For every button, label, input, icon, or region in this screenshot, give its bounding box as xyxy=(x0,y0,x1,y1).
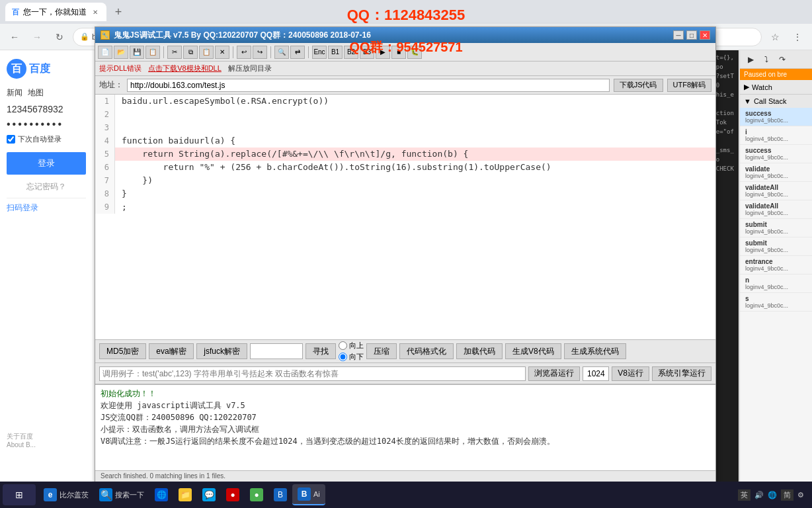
compress-btn[interactable]: 压缩 xyxy=(366,343,397,359)
taskbar-ie[interactable]: e 比尔盖茨 xyxy=(38,484,94,505)
settings-btn[interactable]: ⋮ xyxy=(788,28,807,46)
taskbar-chat[interactable]: 💬 xyxy=(197,484,221,505)
devtools-step-over-btn[interactable]: ↷ xyxy=(776,54,789,65)
taskbar-search[interactable]: 🔍 搜索一下 xyxy=(94,484,149,505)
tb-debug[interactable]: 🐛 xyxy=(407,46,422,59)
nav-map[interactable]: 地图 xyxy=(28,87,44,99)
utf8-decode-btn[interactable]: UTF8解码 xyxy=(667,79,712,92)
gen-v8-btn[interactable]: 生成V8代码 xyxy=(505,343,561,359)
url-input[interactable] xyxy=(127,79,610,92)
taskbar-b-active[interactable]: B Ai xyxy=(292,484,325,505)
error-download[interactable]: 点击下载V8模块和DLL xyxy=(148,64,222,73)
taskbar-folder[interactable]: 📁 xyxy=(173,484,197,505)
stack-item[interactable]: sloginv4_9bc0c... xyxy=(740,293,812,312)
stack-item[interactable]: entranceloginv4_9bc0c... xyxy=(740,256,812,275)
auto-login-checkbox[interactable] xyxy=(7,135,15,144)
back-btn[interactable]: ← xyxy=(5,28,24,46)
line-code-text: return String(a).replace(/[#%&+=\/\\ \f\… xyxy=(115,148,468,161)
download-js-btn[interactable]: 下载JS代码 xyxy=(614,79,663,92)
devtools-step-btn[interactable]: ⤵ xyxy=(760,54,773,65)
nav-news[interactable]: 新闻 xyxy=(7,87,22,99)
tb-b2[interactable]: B2 xyxy=(344,46,358,59)
tb-redo[interactable]: ↪ xyxy=(253,46,267,59)
code-editor[interactable]: 1baidu.url.escapeSymbol(e.RSA.encrypt(o)… xyxy=(95,95,715,339)
debugger-title-text: 鬼鬼JS调试工具 v7.5 By QQ:120220707 QQ群：240050… xyxy=(114,30,371,41)
tb-undo[interactable]: ↩ xyxy=(237,46,251,59)
tb-run[interactable]: ▶ xyxy=(376,46,390,59)
stack-item[interactable]: submitloginv4_9bc0c... xyxy=(740,237,812,256)
login-button[interactable]: 登录 xyxy=(7,152,86,175)
tb-cut[interactable]: ✂ xyxy=(167,46,182,59)
tb-replace[interactable]: ⇄ xyxy=(290,46,305,59)
browser-run-btn[interactable]: 浏览器运行 xyxy=(528,366,580,381)
sys-run-btn[interactable]: 系统引擎运行 xyxy=(652,366,711,381)
taskbar-chrome[interactable]: ● xyxy=(245,484,268,505)
watch-section-header[interactable]: ▶ Watch xyxy=(740,80,812,94)
stack-item[interactable]: validateAllloginv4_9bc0c... xyxy=(740,200,812,219)
format-btn[interactable]: 代码格式化 xyxy=(399,343,454,359)
tb-copy[interactable]: ⧉ xyxy=(183,46,198,59)
load-btn[interactable]: 加载代码 xyxy=(456,343,503,359)
tb-stop[interactable]: ■ xyxy=(391,46,406,59)
dir-down-item[interactable]: 向下 xyxy=(339,352,364,362)
minimize-btn[interactable]: ─ xyxy=(673,30,684,40)
stack-item[interactable]: nloginv4_9bc0c... xyxy=(740,275,812,293)
stack-item[interactable]: validateAllloginv4_9bc0c... xyxy=(740,182,812,200)
maximize-btn[interactable]: □ xyxy=(686,30,697,40)
tb-save[interactable]: 💾 xyxy=(130,46,144,59)
tb-b3[interactable]: B3 xyxy=(360,46,374,59)
eval-btn[interactable]: eval解密 xyxy=(149,343,194,359)
forward-btn[interactable]: → xyxy=(28,28,46,46)
about-link[interactable]: About B... xyxy=(7,441,36,448)
tb-paste[interactable]: 📋 xyxy=(199,46,214,59)
call-stack-header[interactable]: ▼ Call Stack xyxy=(740,95,812,108)
chrome-tab-active[interactable]: 百 您一下，你就知道 ✕ xyxy=(5,3,106,21)
stack-item[interactable]: successloginv4_9bc0c... xyxy=(740,145,812,163)
tb-b1[interactable]: B1 xyxy=(328,46,343,59)
run-num-input[interactable] xyxy=(583,366,609,381)
devtools-play-btn[interactable]: ▶ xyxy=(744,54,757,65)
v8-run-btn[interactable]: V8运行 xyxy=(612,366,649,381)
tab-close-btn[interactable]: ✕ xyxy=(91,7,100,17)
stack-item[interactable]: submitloginv4_9bc0c... xyxy=(740,219,812,237)
search-input[interactable] xyxy=(250,343,303,359)
md5-btn[interactable]: MD5加密 xyxy=(99,343,146,359)
close-btn[interactable]: ✕ xyxy=(700,30,710,40)
jsfuck-btn[interactable]: jsfuck解密 xyxy=(196,343,247,359)
network-icon[interactable]: 🌐 xyxy=(768,491,777,499)
stack-item[interactable]: validateloginv4_9bc0c... xyxy=(740,163,812,182)
run-input[interactable] xyxy=(99,366,526,381)
tb-new[interactable]: 📄 xyxy=(98,46,112,59)
dir-up-item[interactable]: 向上 xyxy=(339,341,364,351)
ime-indicator[interactable]: 英 xyxy=(738,489,751,501)
stack-item[interactable]: successloginv4_9bc0c... xyxy=(740,108,812,126)
bookmark-btn[interactable]: ☆ xyxy=(766,28,784,46)
tb-saveas[interactable]: 📋 xyxy=(145,46,160,59)
dir-down-radio[interactable] xyxy=(339,353,347,361)
lang-indicator[interactable]: 简 xyxy=(781,489,793,501)
taskbar-edge[interactable]: 🌐 xyxy=(149,484,173,505)
tb-encode[interactable]: Enc xyxy=(312,46,327,59)
start-icon: ⊞ xyxy=(15,489,23,500)
start-button[interactable]: ⊞ xyxy=(3,484,36,505)
baidu-phone-num: 12345678932 xyxy=(7,104,86,114)
stack-file-name: loginv4_9bc0c... xyxy=(745,228,807,235)
about-baidu[interactable]: 关于百度 xyxy=(7,432,36,441)
console-line: V8调试注意：一般JS运行返回的结果长度不会超过1024，当遇到变态级的超过10… xyxy=(101,435,710,447)
settings-sys-icon[interactable]: ⚙ xyxy=(797,491,804,499)
taskbar-blue[interactable]: B xyxy=(268,484,292,505)
find-btn[interactable]: 寻找 xyxy=(305,343,336,359)
tb-open[interactable]: 📂 xyxy=(114,46,128,59)
qr-login[interactable]: 扫码登录 xyxy=(7,203,38,212)
gen-sys-btn[interactable]: 生成系统代码 xyxy=(564,343,626,359)
tb-delete[interactable]: ✕ xyxy=(215,46,229,59)
new-tab-btn[interactable]: + xyxy=(109,3,128,21)
forgot-password[interactable]: 忘记密码？ xyxy=(7,181,86,192)
tb-find[interactable]: 🔍 xyxy=(274,46,289,59)
stack-item[interactable]: iloginv4_9bc0c... xyxy=(740,126,812,145)
taskbar-red[interactable]: ● xyxy=(221,484,245,505)
reload-btn[interactable]: ↻ xyxy=(50,28,69,46)
sound-icon[interactable]: 🔊 xyxy=(754,491,764,499)
code-area: 1baidu.url.escapeSymbol(e.RSA.encrypt(o)… xyxy=(95,95,715,339)
dir-up-radio[interactable] xyxy=(339,341,347,350)
